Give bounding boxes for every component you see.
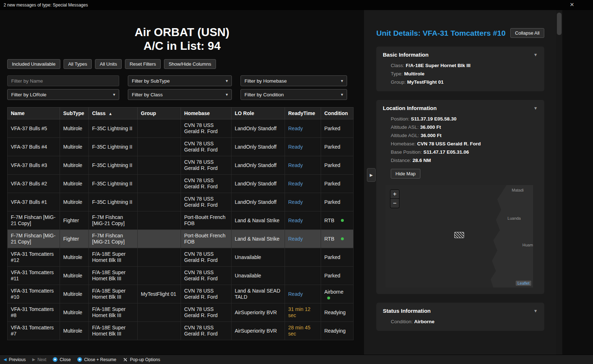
condition-text: Parked bbox=[324, 273, 340, 279]
condition-cell: Parked bbox=[321, 175, 354, 193]
map-place-label: Huamb bbox=[523, 243, 533, 247]
table-row[interactable]: VFA-37 Bulls #1 Multirole F-35C Lightnin… bbox=[8, 193, 354, 211]
table-row[interactable]: VFA-31 Tomcatters #7 Multirole F/A-18E S… bbox=[8, 322, 354, 340]
table-row[interactable]: F-7M Fishcan [MiG-21 Copy] Fighter F-7M … bbox=[8, 230, 354, 248]
homebase-cell: CVN 78 USS Gerald R. Ford bbox=[181, 156, 231, 175]
toolbar-button[interactable]: Show/Hide Columns bbox=[164, 59, 216, 69]
zoom-in-button[interactable]: + bbox=[390, 189, 399, 199]
basic-information-header[interactable]: Basic Information ▼ bbox=[383, 52, 538, 58]
hide-map-button[interactable]: Hide Map bbox=[391, 169, 420, 179]
class-cell: F-35C Lightning II bbox=[89, 138, 138, 156]
table-row[interactable]: VFA-37 Bulls #5 Multirole F-35C Lightnin… bbox=[8, 119, 354, 138]
filter-toolbar: Included Unavailable All Types All Units… bbox=[7, 59, 357, 69]
table-row[interactable]: VFA-31 Tomcatters #11 Multirole F/A-18E … bbox=[8, 267, 354, 285]
filter-class-select[interactable]: Filter by Class ▾ bbox=[128, 89, 232, 100]
filter-lorole-select[interactable]: Filter by LORole ▾ bbox=[7, 89, 119, 100]
field-value: Multirole bbox=[404, 71, 424, 76]
status-information-header[interactable]: Status Information ▼ bbox=[383, 308, 538, 314]
location-information-header[interactable]: Location Information ▼ bbox=[383, 105, 538, 111]
toolbar-button[interactable]: All Types bbox=[64, 59, 92, 69]
previous-button[interactable]: ◀ Previous bbox=[4, 357, 26, 362]
ready-time-text[interactable]: 28 min 45 sec bbox=[288, 325, 310, 337]
table-row[interactable]: VFA-31 Tomcatters #10 Multirole F/A-18E … bbox=[8, 285, 354, 303]
filter-homebase-select[interactable]: Filter by Homebase ▾ bbox=[241, 75, 347, 86]
filter-condition-select[interactable]: Filter by Condition ▾ bbox=[241, 89, 347, 100]
ready-time-text[interactable]: Ready bbox=[288, 162, 303, 168]
column-header[interactable]: ReadyTime bbox=[285, 108, 321, 119]
table-row[interactable]: VFA-37 Bulls #2 Multirole F-35C Lightnin… bbox=[8, 175, 354, 193]
close-resume-button[interactable]: Close + Resume bbox=[77, 357, 116, 362]
condition-cell: Parked bbox=[321, 248, 354, 267]
collapse-all-button[interactable]: Collapse All bbox=[510, 28, 544, 38]
filter-subtype-select[interactable]: Filter by SubType ▾ bbox=[128, 75, 232, 86]
subtype-cell: Multirole bbox=[60, 322, 89, 340]
column-header[interactable]: Homebase bbox=[181, 108, 231, 119]
map[interactable]: Matadi Luanda Huamb + − Leaflet bbox=[386, 185, 533, 288]
ready-time-text[interactable]: Ready bbox=[288, 181, 303, 187]
class-cell: F-35C Lightning II bbox=[89, 119, 138, 138]
condition-cell: Parked bbox=[321, 193, 354, 211]
toolbar-button[interactable]: All Units bbox=[95, 59, 122, 69]
status-dot-icon bbox=[327, 297, 330, 299]
column-header[interactable]: Group bbox=[138, 108, 181, 119]
close-button[interactable]: Close bbox=[53, 357, 71, 362]
column-header[interactable]: Class▲ bbox=[89, 108, 138, 119]
vertical-scrollbar[interactable] bbox=[556, 10, 562, 355]
filter-name-input[interactable] bbox=[7, 75, 119, 86]
map-place-label: Luanda bbox=[507, 216, 521, 220]
scrollbar-thumb[interactable] bbox=[557, 13, 562, 35]
map-place-label: Matadi bbox=[512, 188, 524, 192]
detail-field: Distance:28.6 NM bbox=[391, 158, 538, 163]
ready-time-text[interactable]: Ready bbox=[288, 218, 303, 223]
close-label: Close bbox=[60, 357, 71, 362]
collapse-chevron-icon[interactable]: ▼ bbox=[533, 52, 538, 57]
collapse-chevron-icon[interactable]: ▼ bbox=[533, 106, 538, 111]
ready-time-text[interactable]: Ready bbox=[288, 236, 303, 242]
aircraft-unit-icon[interactable] bbox=[454, 232, 464, 238]
detail-field: Position:S11.37.19 E05.58.30 bbox=[391, 116, 538, 122]
table-row[interactable]: VFA-37 Bulls #3 Multirole F-35C Lightnin… bbox=[8, 156, 354, 175]
column-header[interactable]: LO Role bbox=[231, 108, 285, 119]
leaflet-attribution-link[interactable]: Leaflet bbox=[516, 281, 531, 286]
table-row[interactable]: VFA-31 Tomcatters #12 Multirole F/A-18E … bbox=[8, 248, 354, 267]
ready-time-text[interactable]: Ready bbox=[288, 144, 303, 150]
group-cell: MyTestFlight 01 bbox=[138, 285, 181, 303]
toolbar-button[interactable]: Included Unavailable bbox=[7, 59, 60, 69]
column-header[interactable]: Condition bbox=[321, 108, 354, 119]
ready-time-text[interactable]: 31 min 12 sec bbox=[288, 306, 310, 318]
next-button[interactable]: ▶ Next bbox=[32, 357, 46, 362]
column-header[interactable]: SubType bbox=[60, 108, 89, 119]
popup-options-button[interactable]: Pop-up Options bbox=[123, 357, 160, 362]
orbat-title-line: Air ORBAT (USN) bbox=[7, 25, 357, 39]
table-row[interactable]: F-7M Fishcan [MiG-21 Copy] Fighter F-7M … bbox=[8, 211, 354, 230]
lo-role-cell: LandOnly Standoff bbox=[231, 193, 285, 211]
condition-cell: Readying bbox=[321, 303, 354, 322]
subtype-cell: Multirole bbox=[60, 267, 89, 285]
chevron-down-icon: ▾ bbox=[341, 78, 343, 83]
subtype-cell: Fighter bbox=[60, 211, 89, 230]
toolbar-button[interactable]: Reset Filters bbox=[125, 59, 161, 69]
ready-time-text[interactable]: Ready bbox=[288, 291, 303, 297]
filter-subtype-value: Filter by SubType bbox=[132, 78, 170, 84]
ready-time-text[interactable]: Ready bbox=[288, 199, 303, 205]
ready-time-text[interactable]: Ready bbox=[288, 126, 303, 131]
table-row[interactable]: VFA-31 Tomcatters #8 Multirole F/A-18E S… bbox=[8, 303, 354, 322]
table-row[interactable]: VFA-37 Bulls #4 Multirole F-35C Lightnin… bbox=[8, 138, 354, 156]
close-circle-icon bbox=[53, 357, 57, 362]
ready-time-cell: 31 min 12 sec bbox=[285, 303, 321, 322]
detail-field: Altitude AGL:36.000 Ft bbox=[391, 133, 538, 138]
column-header[interactable]: Name bbox=[8, 108, 60, 119]
close-icon[interactable]: ✕ bbox=[570, 1, 574, 8]
unit-name-cell: VFA-37 Bulls #4 bbox=[8, 138, 60, 156]
zoom-out-button[interactable]: − bbox=[390, 199, 399, 208]
field-value: F/A-18E Super Hornet Blk III bbox=[406, 63, 471, 68]
group-cell bbox=[138, 156, 181, 175]
panel-collapse-toggle[interactable]: ▶ bbox=[367, 168, 376, 182]
class-cell: F/A-18E Super Hornet Blk III bbox=[89, 248, 138, 267]
filter-grid: Filter by SubType ▾ Filter by Homebase ▾… bbox=[7, 75, 357, 100]
column-label: ReadyTime bbox=[288, 110, 315, 116]
condition-cell: Parked bbox=[321, 267, 354, 285]
section-title: Basic Information bbox=[383, 52, 429, 58]
subtype-cell: Multirole bbox=[60, 285, 89, 303]
collapse-chevron-icon[interactable]: ▼ bbox=[533, 308, 538, 313]
